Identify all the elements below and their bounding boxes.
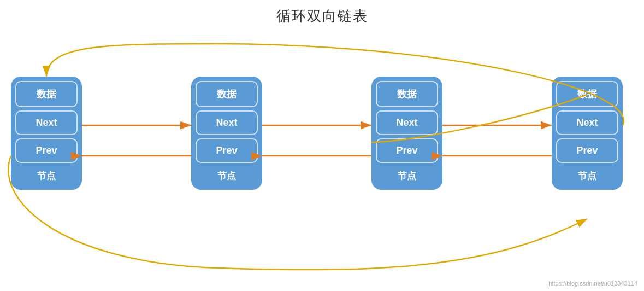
diagram-area: 数据 Next Prev 节点 数据 Next Prev 节点 数据 Next …: [0, 33, 644, 291]
node-3-data: 数据: [376, 81, 438, 107]
node-1-prev: Prev: [15, 138, 78, 163]
node-2-data: 数据: [196, 81, 258, 107]
watermark: https://blog.csdn.net/u013343114: [548, 280, 637, 287]
node-4-next: Next: [556, 110, 618, 135]
node-3-prev: Prev: [376, 138, 438, 163]
node-1-label: 节点: [15, 166, 78, 185]
node-2: 数据 Next Prev 节点: [191, 77, 262, 190]
node-4-data: 数据: [556, 81, 618, 107]
node-4-prev: Prev: [556, 138, 618, 163]
arrows-svg: [0, 33, 644, 291]
node-2-next: Next: [196, 110, 258, 135]
node-1-data: 数据: [15, 81, 78, 107]
node-3-next: Next: [376, 110, 438, 135]
node-1-next: Next: [15, 110, 78, 135]
node-3-label: 节点: [376, 166, 438, 185]
page-title: 循环双向链表: [0, 0, 644, 26]
node-3: 数据 Next Prev 节点: [371, 77, 442, 190]
node-4-label: 节点: [556, 166, 618, 185]
node-2-label: 节点: [196, 166, 258, 185]
arrow-n4-next-wrap: [46, 44, 624, 125]
arrow-n1-prev-wrap: [8, 156, 587, 270]
node-2-prev: Prev: [196, 138, 258, 163]
node-4: 数据 Next Prev 节点: [552, 77, 623, 190]
node-1: 数据 Next Prev 节点: [11, 77, 82, 190]
